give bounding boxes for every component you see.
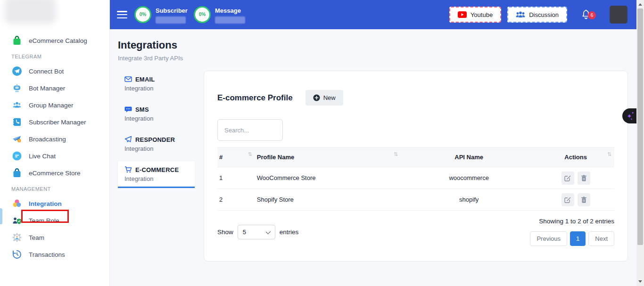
message-stat-label: Message: [215, 7, 245, 14]
tab-title: EMAIL: [135, 76, 155, 83]
table-row: 1 WooCommerce Store woocommerce: [217, 167, 614, 189]
message-stat: 0% Message: [194, 6, 247, 24]
column-header-profile-name[interactable]: Profile Name ⇅: [255, 147, 401, 167]
delete-button[interactable]: [578, 193, 590, 206]
scroll-up-arrow[interactable]: [638, 3, 642, 6]
sidebar-item-subscriber-manager[interactable]: Subscriber Manager: [0, 114, 109, 131]
column-header-num[interactable]: # ⇅: [217, 147, 255, 167]
card-title: E-commerce Profile: [217, 93, 293, 103]
discussion-button-label: Discussion: [529, 11, 559, 18]
sort-icon[interactable]: ⇅: [394, 151, 398, 157]
api-name-cell: shopify: [401, 189, 537, 211]
sidebar-item-label: Connect Bot: [29, 68, 64, 75]
shopping-bag-green-icon: [11, 35, 23, 46]
youtube-button-label: Youtube: [471, 11, 493, 18]
team-gear-icon: [11, 232, 23, 243]
sort-icon[interactable]: ⇅: [248, 151, 252, 157]
next-page-button[interactable]: Next: [588, 231, 614, 246]
entries-per-page-select[interactable]: 5: [238, 225, 275, 239]
sidebar-item-team[interactable]: Team: [0, 229, 109, 246]
subscriber-stat: 0% Subscriber: [134, 6, 187, 24]
subscriber-stat-label: Subscriber: [156, 7, 188, 14]
sidebar-item-label: Broadcasting: [29, 136, 66, 143]
profile-name-cell: WooCommerce Store: [255, 167, 401, 189]
tab-email-integration[interactable]: EMAIL Integration: [118, 71, 195, 96]
tab-subtitle: Integration: [124, 85, 188, 92]
integration-circles-icon: [11, 198, 23, 209]
row-number: 1: [217, 167, 255, 189]
edit-pencil-icon: [564, 175, 571, 181]
sidebar-item-group-manager[interactable]: Group Manager: [0, 97, 109, 114]
new-profile-button[interactable]: New: [305, 90, 343, 106]
sms-icon: [124, 106, 132, 113]
api-name-cell: woocommerce: [401, 167, 537, 189]
sidebar-item-connect-bot[interactable]: Connect Bot: [0, 63, 109, 80]
ecommerce-profile-card: E-commerce Profile New: [204, 71, 628, 261]
sidebar-item-label: Team: [29, 234, 44, 241]
contact-book-icon: [11, 116, 23, 128]
sidebar-item-label: eCommerce Catalog: [29, 37, 87, 44]
email-icon: [124, 75, 132, 83]
column-header-api-name[interactable]: API Name: [401, 147, 537, 167]
vertical-scrollbar[interactable]: [636, 0, 644, 286]
scroll-down-arrow[interactable]: [638, 280, 642, 283]
column-header-actions[interactable]: Actions ⇅: [537, 147, 614, 167]
sidebar-item-label: eCommerce Store: [29, 170, 81, 177]
scrollbar-thumb[interactable]: [637, 8, 643, 245]
search-input[interactable]: [217, 119, 283, 141]
sparkle-icon: ✦: [630, 117, 633, 121]
tab-title: SMS: [135, 106, 149, 113]
sidebar-item-label: Subscriber Manager: [29, 119, 86, 126]
sidebar-item-transactions[interactable]: Transactions: [0, 246, 109, 263]
edit-button[interactable]: [561, 193, 574, 206]
shopping-bag-blue-icon: [11, 167, 23, 179]
show-label: Show: [217, 229, 233, 236]
youtube-icon: [458, 11, 467, 18]
tab-subtitle: Integration: [124, 145, 188, 152]
page-title: Integrations: [118, 39, 628, 51]
sidebar-section-telegram: TELEGRAM: [11, 54, 109, 59]
broadcast-plane-icon: [11, 133, 23, 145]
sort-icon[interactable]: ⇅: [607, 151, 611, 157]
sidebar-item-label: Integration: [29, 200, 62, 207]
sidebar: eCommerce Catalog TELEGRAM Connect Bot: [0, 0, 110, 286]
tab-sms-integration[interactable]: SMS Integration: [118, 101, 195, 126]
top-header: 0% Subscriber 0% Message Youtube: [110, 0, 636, 29]
hamburger-menu-icon[interactable]: [117, 11, 127, 18]
sidebar-item-ecommerce-store[interactable]: eCommerce Store: [0, 164, 109, 181]
sidebar-item-live-chat[interactable]: Live Chat: [0, 147, 109, 164]
user-avatar[interactable]: [610, 6, 627, 24]
ai-assistant-fab[interactable]: ✦ ✦ ✦: [622, 108, 636, 123]
telegram-icon: [11, 65, 23, 77]
entries-label: entries: [280, 229, 299, 236]
trash-icon: [581, 196, 587, 203]
showing-entries-text: Showing 1 to 2 of 2 entries: [530, 218, 614, 225]
plus-circle-icon: [313, 94, 320, 101]
sidebar-item-bot-manager[interactable]: Bot Manager: [0, 80, 109, 97]
group-icon: [11, 99, 23, 111]
sidebar-item-label: Transactions: [29, 251, 65, 258]
sidebar-item-label: Bot Manager: [29, 85, 65, 92]
chat-bubble-icon: [11, 150, 23, 162]
youtube-button[interactable]: Youtube: [449, 7, 501, 23]
page-1-button[interactable]: 1: [570, 231, 586, 246]
delete-button[interactable]: [578, 172, 590, 185]
tab-title: E-COMMERCE: [135, 166, 179, 173]
active-item-indicator: [0, 208, 2, 224]
transactions-history-icon: [11, 249, 23, 260]
sidebar-item-broadcasting[interactable]: Broadcasting: [0, 131, 109, 147]
sparkle-icon: ✦: [631, 111, 634, 115]
previous-page-button[interactable]: Previous: [530, 231, 567, 246]
app-logo: [5, 0, 56, 24]
tab-responder-integration[interactable]: RESPONDER Integration: [118, 131, 195, 156]
cart-icon: [124, 166, 132, 173]
discussion-button[interactable]: Discussion: [507, 7, 567, 23]
notifications-button[interactable]: 6: [580, 8, 592, 21]
table-header-row: # ⇅ Profile Name ⇅ API Name: [217, 147, 614, 167]
subscriber-progress-ring: 0%: [134, 6, 151, 23]
table-row: 2 Shopify Store shopify: [217, 189, 614, 211]
robot-icon: [11, 82, 23, 94]
tab-ecommerce-integration[interactable]: E-COMMERCE Integration: [118, 161, 195, 188]
edit-button[interactable]: [561, 172, 574, 185]
sidebar-item-ecommerce-catalog[interactable]: eCommerce Catalog: [0, 32, 109, 49]
